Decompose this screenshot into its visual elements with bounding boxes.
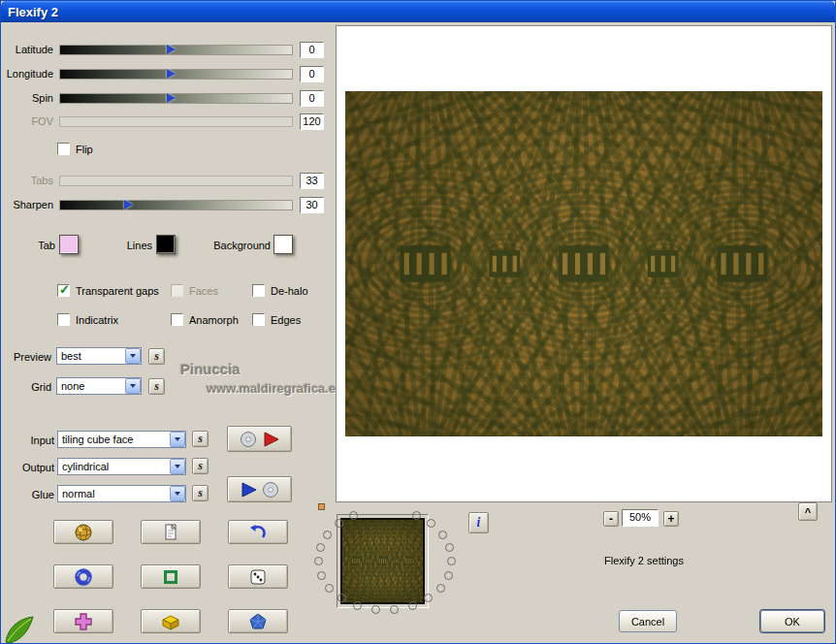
ring-button[interactable] — [53, 564, 113, 589]
preview-pattern[interactable] — [345, 91, 822, 436]
output-s-button[interactable]: s — [192, 458, 209, 474]
dehalo-checkbox[interactable] — [252, 284, 265, 297]
latitude-slider[interactable] — [59, 45, 293, 55]
cd-red-play-button[interactable] — [227, 426, 292, 452]
output-combo[interactable]: cylindrical — [57, 458, 186, 475]
input-combo-value: tiling cube face — [58, 434, 170, 445]
spin-label: Spin — [1, 92, 53, 104]
cancel-button[interactable]: Cancel — [619, 610, 677, 632]
input-combo[interactable]: tiling cube face — [57, 431, 186, 448]
sharpen-slider-marker[interactable] — [124, 200, 133, 209]
chevron-down-icon[interactable] — [170, 459, 185, 474]
spin-slider-marker[interactable] — [167, 93, 176, 103]
zoom-out-button[interactable]: - — [603, 511, 619, 527]
lines-color-swatch[interactable] — [156, 235, 176, 254]
sharpen-value[interactable]: 30 — [300, 197, 324, 213]
tab-color-swatch[interactable] — [59, 235, 79, 254]
dial-circle[interactable] — [325, 584, 334, 593]
square-button[interactable] — [141, 564, 201, 589]
dial-circle[interactable] — [314, 557, 323, 565]
dial-circle[interactable] — [444, 571, 453, 580]
ring-icon — [74, 567, 93, 587]
dial-circle[interactable] — [424, 594, 433, 602]
undo-arrow-icon — [248, 524, 268, 541]
title-bar[interactable]: Flexify 2 — [1, 1, 835, 22]
globe-button[interactable] — [53, 520, 113, 544]
longitude-slider-marker[interactable] — [167, 69, 176, 79]
chevron-down-icon[interactable] — [125, 378, 141, 394]
latitude-slider-marker[interactable] — [167, 45, 176, 54]
sharpen-slider[interactable] — [59, 200, 293, 210]
settings-caption: Flexify 2 settings — [547, 555, 741, 566]
collapse-button[interactable]: ^ — [798, 502, 818, 521]
transparent-gaps-label: Transparent gaps — [76, 285, 159, 297]
tabs-value[interactable]: 33 — [300, 173, 324, 189]
grid-combo[interactable]: none — [56, 377, 142, 395]
background-color-swatch[interactable] — [273, 235, 293, 254]
fov-value[interactable]: 120 — [300, 113, 324, 130]
glue-s-button[interactable]: s — [192, 485, 209, 501]
dial-circle[interactable] — [408, 601, 417, 610]
dice-icon — [248, 567, 268, 587]
longitude-slider[interactable] — [59, 69, 293, 80]
blue-play-cd-button[interactable] — [227, 476, 292, 502]
dial-circle[interactable] — [447, 557, 456, 565]
spin-slider[interactable] — [59, 93, 293, 104]
glue-combo[interactable]: normal — [57, 485, 186, 502]
grid-label: Grid — [1, 381, 51, 393]
dial-circle[interactable] — [412, 511, 421, 520]
flip-checkbox[interactable] — [57, 143, 70, 155]
edges-checkbox[interactable] — [252, 313, 265, 326]
anamorph-label: Anamorph — [189, 314, 239, 326]
input-s-button[interactable]: s — [192, 431, 209, 447]
longitude-value[interactable]: 0 — [300, 66, 324, 82]
dial-circle[interactable] — [353, 601, 362, 610]
copy-page-icon — [161, 523, 180, 542]
chevron-down-icon[interactable] — [170, 486, 185, 501]
dial-circle[interactable] — [436, 584, 445, 593]
spin-value[interactable]: 0 — [300, 90, 324, 107]
preview-s-button[interactable]: s — [148, 348, 165, 365]
dial-circle[interactable] — [390, 605, 399, 614]
watermark-line1: Pinuccia — [180, 361, 241, 377]
dial-circle[interactable] — [438, 531, 447, 539]
chevron-down-icon[interactable] — [170, 432, 185, 447]
preview-area[interactable] — [336, 25, 832, 502]
brick-button[interactable] — [141, 609, 201, 633]
ok-button[interactable]: OK — [760, 610, 824, 632]
preview-label: Preview — [1, 351, 51, 363]
info-button[interactable]: i — [468, 512, 489, 533]
grid-s-button[interactable]: s — [148, 378, 165, 395]
dial-circle[interactable] — [323, 531, 332, 539]
latitude-value[interactable]: 0 — [300, 42, 324, 58]
dial-circle[interactable] — [445, 543, 454, 552]
zoom-value[interactable]: 50% — [622, 509, 659, 527]
dial-circle[interactable] — [371, 605, 380, 614]
input-label: Input — [3, 435, 54, 446]
undo-button[interactable] — [228, 520, 288, 544]
anamorph-checkbox[interactable] — [171, 313, 183, 326]
zoom-in-button[interactable]: + — [663, 511, 679, 527]
thumbnail-canvas[interactable] — [342, 520, 423, 602]
watermark-line2: www.maldiregrafica.eu — [207, 381, 343, 396]
square-icon — [162, 568, 179, 586]
preview-combo[interactable]: best — [56, 347, 142, 365]
dial-circle[interactable] — [316, 543, 325, 552]
transparent-gaps-checkbox[interactable] — [57, 284, 70, 297]
fov-label: FOV — [1, 115, 53, 127]
dial-start-marker[interactable] — [318, 503, 325, 510]
dial-circle[interactable] — [427, 519, 435, 528]
cross-button[interactable] — [53, 609, 113, 633]
copy-button[interactable] — [141, 520, 201, 544]
dial-circle[interactable] — [317, 571, 326, 580]
tabs-slider — [59, 176, 293, 186]
pentagon-button[interactable] — [228, 609, 288, 633]
preview-thumbnail[interactable] — [337, 514, 429, 608]
dial-circle[interactable] — [335, 519, 343, 528]
dial-circle[interactable] — [349, 511, 358, 520]
indicatrix-checkbox[interactable] — [57, 313, 70, 326]
dice-button[interactable] — [228, 564, 288, 589]
chevron-down-icon[interactable] — [125, 348, 141, 364]
leaf-icon[interactable] — [4, 615, 37, 644]
grid-combo-value: none — [57, 380, 125, 392]
